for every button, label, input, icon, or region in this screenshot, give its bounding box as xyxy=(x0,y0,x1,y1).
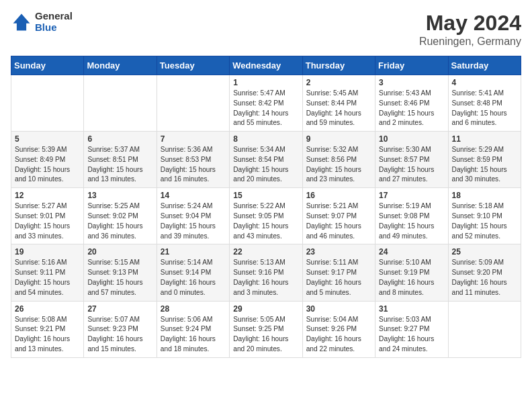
calendar-cell: 22Sunrise: 5:13 AMSunset: 9:16 PMDayligh… xyxy=(230,244,302,301)
calendar-cell: 3Sunrise: 5:43 AMSunset: 8:46 PMDaylight… xyxy=(375,75,448,132)
svg-marker-0 xyxy=(13,13,30,30)
calendar-cell: 30Sunrise: 5:04 AMSunset: 9:26 PMDayligh… xyxy=(302,301,375,357)
calendar-week-row: 26Sunrise: 5:08 AMSunset: 9:21 PMDayligh… xyxy=(11,301,521,357)
cell-info-text: Sunrise: 5:04 AMSunset: 9:26 PMDaylight:… xyxy=(306,315,371,355)
cell-info-text: Sunrise: 5:36 AMSunset: 8:53 PMDaylight:… xyxy=(161,145,226,185)
cell-info-text: Sunrise: 5:45 AMSunset: 8:44 PMDaylight:… xyxy=(306,89,371,128)
calendar-cell: 27Sunrise: 5:07 AMSunset: 9:23 PMDayligh… xyxy=(84,301,157,357)
cell-info-text: Sunrise: 5:22 AMSunset: 9:05 PMDaylight:… xyxy=(233,201,298,241)
calendar-cell: 20Sunrise: 5:15 AMSunset: 9:13 PMDayligh… xyxy=(84,244,157,301)
cell-info-text: Sunrise: 5:21 AMSunset: 9:07 PMDaylight:… xyxy=(306,201,371,241)
calendar-cell: 4Sunrise: 5:41 AMSunset: 8:48 PMDaylight… xyxy=(448,75,521,132)
calendar-cell: 24Sunrise: 5:10 AMSunset: 9:19 PMDayligh… xyxy=(375,244,448,301)
calendar-cell xyxy=(448,301,521,357)
cell-day-number: 15 xyxy=(233,191,298,200)
logo-general: General xyxy=(35,11,73,22)
cell-day-number: 5 xyxy=(15,134,80,144)
cell-info-text: Sunrise: 5:19 AMSunset: 9:08 PMDaylight:… xyxy=(379,201,444,241)
cell-day-number: 7 xyxy=(161,134,226,144)
calendar-cell: 31Sunrise: 5:03 AMSunset: 9:27 PMDayligh… xyxy=(375,301,448,357)
cell-info-text: Sunrise: 5:37 AMSunset: 8:51 PMDaylight:… xyxy=(87,145,152,185)
title-location: Rueningen, Germany xyxy=(419,36,521,48)
calendar-cell: 11Sunrise: 5:29 AMSunset: 8:59 PMDayligh… xyxy=(448,132,521,188)
calendar-cell: 28Sunrise: 5:06 AMSunset: 9:24 PMDayligh… xyxy=(157,301,229,357)
calendar-cell: 25Sunrise: 5:09 AMSunset: 9:20 PMDayligh… xyxy=(448,244,521,301)
cell-day-number: 22 xyxy=(233,247,298,257)
cell-day-number: 11 xyxy=(452,134,517,144)
calendar-cell: 15Sunrise: 5:22 AMSunset: 9:05 PMDayligh… xyxy=(230,188,302,244)
logo-icon xyxy=(11,11,32,33)
cell-day-number: 26 xyxy=(15,304,80,314)
cell-day-number: 19 xyxy=(15,247,80,257)
cell-day-number: 20 xyxy=(87,247,152,257)
calendar-week-row: 12Sunrise: 5:27 AMSunset: 9:01 PMDayligh… xyxy=(11,188,521,244)
calendar-cell xyxy=(84,75,157,132)
cell-day-number: 29 xyxy=(233,304,298,314)
calendar-table: SundayMondayTuesdayWednesdayThursdayFrid… xyxy=(11,56,521,358)
calendar-cell: 1Sunrise: 5:47 AMSunset: 8:42 PMDaylight… xyxy=(230,75,302,132)
cell-info-text: Sunrise: 5:25 AMSunset: 9:02 PMDaylight:… xyxy=(87,201,152,241)
calendar-header-tuesday: Tuesday xyxy=(157,56,229,75)
logo-text: General Blue xyxy=(35,11,73,33)
cell-info-text: Sunrise: 5:14 AMSunset: 9:14 PMDaylight:… xyxy=(161,258,226,298)
calendar-cell xyxy=(11,75,84,132)
cell-day-number: 3 xyxy=(379,78,444,87)
calendar-cell: 21Sunrise: 5:14 AMSunset: 9:14 PMDayligh… xyxy=(157,244,229,301)
cell-info-text: Sunrise: 5:07 AMSunset: 9:23 PMDaylight:… xyxy=(87,315,152,355)
cell-info-text: Sunrise: 5:16 AMSunset: 9:11 PMDaylight:… xyxy=(15,258,80,298)
cell-info-text: Sunrise: 5:43 AMSunset: 8:46 PMDaylight:… xyxy=(379,89,444,128)
calendar-header-friday: Friday xyxy=(375,56,448,75)
cell-info-text: Sunrise: 5:29 AMSunset: 8:59 PMDaylight:… xyxy=(452,145,517,185)
cell-info-text: Sunrise: 5:32 AMSunset: 8:56 PMDaylight:… xyxy=(306,145,371,185)
calendar-cell: 16Sunrise: 5:21 AMSunset: 9:07 PMDayligh… xyxy=(302,188,375,244)
cell-info-text: Sunrise: 5:18 AMSunset: 9:10 PMDaylight:… xyxy=(452,201,517,241)
cell-day-number: 21 xyxy=(161,247,226,257)
cell-day-number: 10 xyxy=(379,134,444,144)
cell-day-number: 18 xyxy=(452,191,517,200)
cell-info-text: Sunrise: 5:15 AMSunset: 9:13 PMDaylight:… xyxy=(87,258,152,298)
calendar-week-row: 1Sunrise: 5:47 AMSunset: 8:42 PMDaylight… xyxy=(11,75,521,132)
cell-info-text: Sunrise: 5:11 AMSunset: 9:17 PMDaylight:… xyxy=(306,258,371,298)
cell-info-text: Sunrise: 5:08 AMSunset: 9:21 PMDaylight:… xyxy=(15,315,80,355)
cell-day-number: 30 xyxy=(306,304,371,314)
cell-info-text: Sunrise: 5:06 AMSunset: 9:24 PMDaylight:… xyxy=(161,315,226,355)
calendar-cell: 2Sunrise: 5:45 AMSunset: 8:44 PMDaylight… xyxy=(302,75,375,132)
calendar-header-sunday: Sunday xyxy=(11,56,84,75)
cell-info-text: Sunrise: 5:47 AMSunset: 8:42 PMDaylight:… xyxy=(233,89,298,128)
calendar-cell: 23Sunrise: 5:11 AMSunset: 9:17 PMDayligh… xyxy=(302,244,375,301)
cell-day-number: 31 xyxy=(379,304,444,314)
calendar-cell: 6Sunrise: 5:37 AMSunset: 8:51 PMDaylight… xyxy=(84,132,157,188)
cell-day-number: 6 xyxy=(87,134,152,144)
calendar-cell: 19Sunrise: 5:16 AMSunset: 9:11 PMDayligh… xyxy=(11,244,84,301)
calendar-cell: 18Sunrise: 5:18 AMSunset: 9:10 PMDayligh… xyxy=(448,188,521,244)
calendar-cell: 17Sunrise: 5:19 AMSunset: 9:08 PMDayligh… xyxy=(375,188,448,244)
logo: General Blue xyxy=(11,11,73,33)
cell-info-text: Sunrise: 5:34 AMSunset: 8:54 PMDaylight:… xyxy=(233,145,298,185)
calendar-header-row: SundayMondayTuesdayWednesdayThursdayFrid… xyxy=(11,56,521,75)
cell-day-number: 13 xyxy=(87,191,152,200)
cell-day-number: 23 xyxy=(306,247,371,257)
cell-day-number: 8 xyxy=(233,134,298,144)
cell-day-number: 4 xyxy=(452,78,517,87)
cell-info-text: Sunrise: 5:09 AMSunset: 9:20 PMDaylight:… xyxy=(452,258,517,298)
calendar-cell: 8Sunrise: 5:34 AMSunset: 8:54 PMDaylight… xyxy=(230,132,302,188)
title-month: May 2024 xyxy=(419,11,521,36)
title-block: May 2024 Rueningen, Germany xyxy=(419,11,521,48)
cell-info-text: Sunrise: 5:24 AMSunset: 9:04 PMDaylight:… xyxy=(161,201,226,241)
calendar-week-row: 5Sunrise: 5:39 AMSunset: 8:49 PMDaylight… xyxy=(11,132,521,188)
cell-day-number: 12 xyxy=(15,191,80,200)
cell-day-number: 28 xyxy=(161,304,226,314)
calendar-week-row: 19Sunrise: 5:16 AMSunset: 9:11 PMDayligh… xyxy=(11,244,521,301)
cell-info-text: Sunrise: 5:39 AMSunset: 8:49 PMDaylight:… xyxy=(15,145,80,185)
cell-day-number: 24 xyxy=(379,247,444,257)
cell-day-number: 2 xyxy=(306,78,371,87)
calendar-cell: 9Sunrise: 5:32 AMSunset: 8:56 PMDaylight… xyxy=(302,132,375,188)
cell-info-text: Sunrise: 5:10 AMSunset: 9:19 PMDaylight:… xyxy=(379,258,444,298)
cell-day-number: 25 xyxy=(452,247,517,257)
cell-info-text: Sunrise: 5:27 AMSunset: 9:01 PMDaylight:… xyxy=(15,201,80,241)
calendar-cell: 5Sunrise: 5:39 AMSunset: 8:49 PMDaylight… xyxy=(11,132,84,188)
cell-info-text: Sunrise: 5:05 AMSunset: 9:25 PMDaylight:… xyxy=(233,315,298,355)
calendar-cell: 10Sunrise: 5:30 AMSunset: 8:57 PMDayligh… xyxy=(375,132,448,188)
calendar-header-thursday: Thursday xyxy=(302,56,375,75)
calendar-cell: 14Sunrise: 5:24 AMSunset: 9:04 PMDayligh… xyxy=(157,188,229,244)
